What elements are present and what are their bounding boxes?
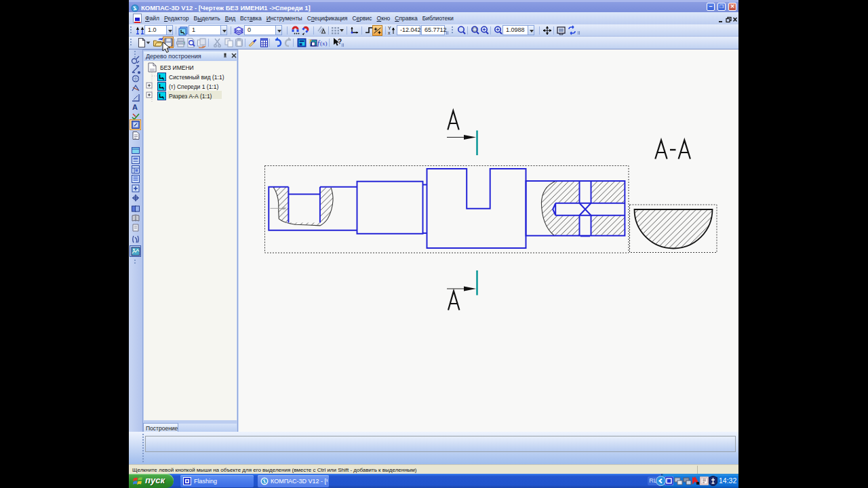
svg-text:?: ? xyxy=(309,38,312,45)
svg-text:(x): (x) xyxy=(320,40,328,47)
svg-text:A: A xyxy=(132,103,138,111)
svg-text:x: x xyxy=(388,30,391,35)
svg-text:Y: Y xyxy=(388,26,391,30)
